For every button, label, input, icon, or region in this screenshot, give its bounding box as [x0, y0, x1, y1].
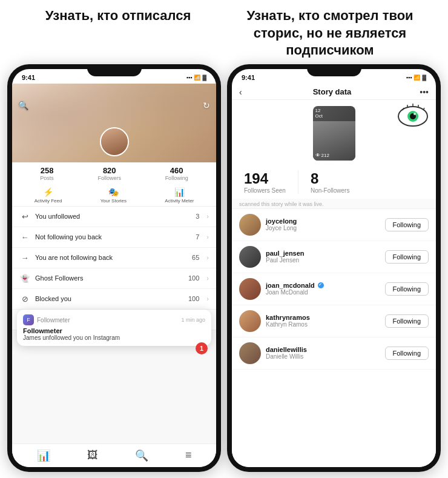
user-avatar: [239, 342, 261, 364]
followers-label: Followers: [97, 175, 121, 181]
not-following-back-label: Not following you back: [35, 233, 191, 241]
user-info: joan_mcdonald Joan McDonald: [266, 282, 380, 296]
chevron-right-icon: ›: [206, 295, 209, 302]
user-avatar: [239, 310, 261, 332]
notif-time: 1 min ago: [181, 317, 205, 323]
more-options-icon[interactable]: •••: [420, 87, 429, 97]
battery-icon: ▓: [422, 75, 426, 81]
follow-button[interactable]: Following: [385, 282, 429, 296]
notif-title: Followmeter: [23, 327, 205, 334]
stat-following: 460 Following: [165, 166, 188, 181]
profile-banner: 🔍 ↻: [12, 84, 216, 162]
avatar-image: [101, 128, 128, 155]
chevron-right-icon: ›: [206, 274, 209, 282]
stat-followers: 820 Followers: [97, 166, 121, 181]
stories-icon: 🎭: [108, 187, 119, 197]
chevron-right-icon: ›: [206, 213, 209, 220]
right-phone-inner: 9:41 ▪▪▪ 📶 ▓ ‹ Story data ••• 12 Oct: [232, 69, 436, 467]
non-followers-box: 8 Non-Followers: [311, 170, 349, 194]
follow-button[interactable]: Following: [385, 250, 429, 264]
user-info: kathrynramos Kathryn Ramos: [266, 314, 380, 328]
profile-stats: 258 Posts 820 Followers 460 Following: [12, 162, 216, 184]
image-icon[interactable]: 🖼: [87, 449, 98, 462]
battery-icon: ▓: [202, 75, 206, 81]
list-item[interactable]: ↩ You unfollowed 3 ›: [12, 207, 216, 227]
user-item[interactable]: daniellewillis Danielle Willis Following: [232, 337, 436, 370]
story-stats-row: 194 Followers Seen 8 Non-Followers: [232, 164, 436, 199]
right-status-icons: ▪▪▪ 📶 ▓: [406, 75, 426, 81]
list-item[interactable]: ← Not following you back 7 ›: [12, 227, 216, 248]
notification-badge: 1: [196, 342, 208, 354]
story-header: ‹ Story data •••: [232, 84, 436, 100]
tab-activity-feed[interactable]: ⚡ Activity Feed: [35, 187, 62, 204]
user-item[interactable]: joan_mcdonald Joan McDonald Following: [232, 273, 436, 305]
non-followers-label: Non-Followers: [311, 187, 349, 194]
left-status-time: 9:41: [22, 74, 35, 81]
verified-badge: [318, 282, 324, 288]
notif-app-icon: F: [23, 314, 34, 325]
bar-chart-icon[interactable]: 📊: [37, 449, 50, 462]
list-item[interactable]: → You are not following back 65 ›: [12, 248, 216, 268]
avatar: [100, 127, 129, 156]
notif-app-name: Followmeter: [37, 317, 70, 324]
story-thumbnail[interactable]: 12 Oct 👁 212: [313, 106, 355, 161]
refresh-icon[interactable]: ↻: [203, 101, 210, 110]
user-info: paul_jensen Paul Jensen: [266, 250, 380, 264]
left-phone: 9:41 ▪▪▪ 📶 ▓ 🔍 ↻ 258 Po: [7, 64, 221, 472]
followers-seen-box: 194 Followers Seen: [244, 170, 286, 194]
posts-label: Posts: [40, 175, 54, 181]
activity-feed-icon: ⚡: [43, 187, 53, 197]
tab-stories[interactable]: 🎭 Your Stories: [100, 187, 127, 204]
tab-activity-meter[interactable]: 📊 Activity Meter: [165, 187, 194, 204]
user-handle: daniellewillis: [266, 346, 380, 353]
signal-icon: ▪▪▪: [186, 75, 193, 81]
bottom-nav: 📊 🖼 🔍 ≡: [12, 443, 216, 467]
right-phone: 9:41 ▪▪▪ 📶 ▓ ‹ Story data ••• 12 Oct: [227, 64, 441, 472]
activity-meter-label: Activity Meter: [165, 198, 194, 204]
svg-point-3: [413, 113, 416, 115]
right-notch: [307, 64, 361, 76]
menu-tabs: ⚡ Activity Feed 🎭 Your Stories 📊 Activit…: [12, 184, 216, 207]
user-avatar: [239, 246, 261, 268]
follow-button[interactable]: Following: [385, 314, 429, 328]
user-name: Danielle Willis: [266, 353, 380, 360]
ghost-followers-icon: 👻: [19, 274, 30, 283]
unfollowed-count: 3: [196, 213, 199, 220]
activity-meter-icon: 📊: [174, 187, 185, 197]
chevron-right-icon: ›: [206, 254, 209, 261]
search-bottom-icon[interactable]: 🔍: [135, 449, 148, 462]
not-following-count: 65: [192, 254, 199, 261]
list-item[interactable]: ⊘ Blocked you 100 ›: [12, 289, 216, 310]
story-date: 12 Oct: [313, 106, 355, 122]
following-count: 460: [165, 166, 188, 175]
follow-button[interactable]: Following: [385, 347, 429, 360]
not-following-back-icon: ←: [19, 233, 30, 242]
user-item[interactable]: paul_jensen Paul Jensen Following: [232, 241, 436, 273]
list-item[interactable]: 👻 Ghost Followers 100 ›: [12, 268, 216, 289]
phones-row: 9:41 ▪▪▪ 📶 ▓ 🔍 ↻ 258 Po: [0, 64, 448, 478]
back-button[interactable]: ‹: [239, 87, 242, 97]
story-views: 👁 212: [315, 153, 329, 158]
notification-card: F Followmeter 1 min ago Followmeter Jame…: [17, 310, 211, 346]
blocked-icon: ⊘: [19, 294, 30, 304]
posts-count: 258: [40, 166, 54, 175]
stat-posts: 258 Posts: [40, 166, 54, 181]
ghost-followers-count: 100: [188, 274, 199, 282]
left-header-title: Узнать, кто отписался: [12, 7, 224, 59]
user-info: daniellewillis Danielle Willis: [266, 346, 380, 360]
user-item[interactable]: kathrynramos Kathryn Ramos Following: [232, 305, 436, 337]
chevron-right-icon: ›: [206, 233, 209, 241]
user-avatar: [239, 278, 261, 300]
left-notch: [87, 64, 142, 76]
followers-seen-label: Followers Seen: [244, 187, 286, 194]
user-item[interactable]: joycelong Joyce Long Following: [232, 209, 436, 241]
header-row: Узнать, кто отписался Узнать, кто смотре…: [0, 0, 448, 64]
search-icon[interactable]: 🔍: [18, 101, 28, 110]
menu-icon[interactable]: ≡: [185, 449, 192, 462]
blocked-label: Blocked you: [35, 295, 183, 302]
user-handle: kathrynramos: [266, 314, 380, 321]
follow-button[interactable]: Following: [385, 218, 429, 231]
user-name: Joan McDonald: [266, 289, 380, 296]
stories-label: Your Stories: [100, 198, 127, 204]
wifi-icon: 📶: [413, 75, 420, 81]
